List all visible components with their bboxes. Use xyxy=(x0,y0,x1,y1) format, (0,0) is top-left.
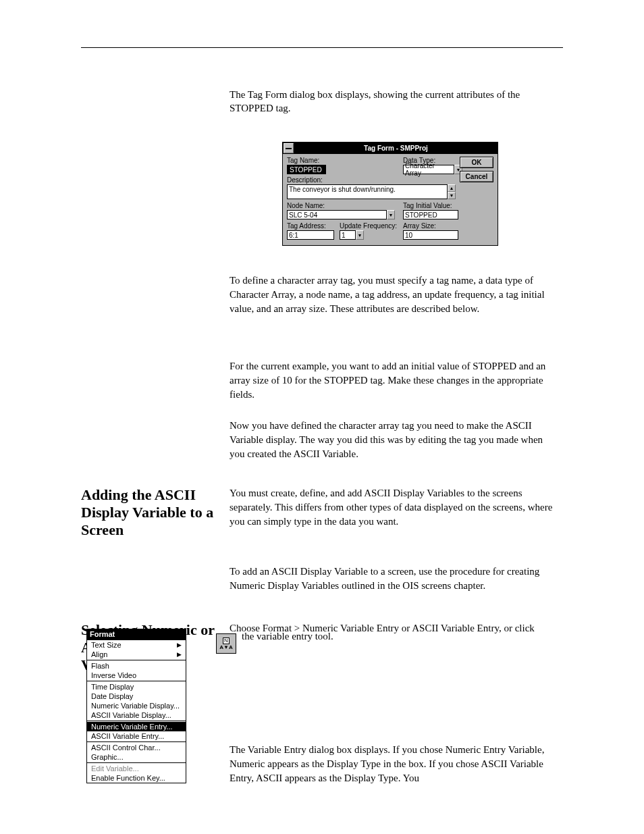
description-input[interactable]: The conveyor is shut down/running. xyxy=(287,184,448,199)
system-menu-icon[interactable] xyxy=(284,143,294,153)
array-size-input[interactable]: 10 xyxy=(403,230,458,240)
menu-item[interactable]: Inverse Video xyxy=(87,671,186,680)
menu-item[interactable]: Date Display xyxy=(87,692,186,701)
menu-separator xyxy=(87,681,186,681)
ok-button[interactable]: OK xyxy=(460,157,493,168)
menu-item[interactable]: Enable Function Key... xyxy=(87,773,186,783)
update-frequency-label: Update Frequency: xyxy=(340,222,397,230)
menu-item[interactable]: ASCII Control Char... xyxy=(87,743,186,752)
submenu-arrow-icon: ▶ xyxy=(177,651,182,658)
page-rule xyxy=(81,47,563,48)
menu-title: Format xyxy=(87,629,186,640)
dialog-titlebar: Tag Form - SMPProj xyxy=(283,142,498,154)
intro-para-3: For the current example, you want to add… xyxy=(230,359,560,402)
menu-item[interactable]: Numeric Variable Display... xyxy=(87,701,186,710)
tag-name-label: Tag Name: xyxy=(287,157,403,164)
tag-form-dialog: Tag Form - SMPProj OK Cancel Tag Name: S… xyxy=(282,142,498,246)
menu-item[interactable]: ASCII Variable Entry... xyxy=(87,731,186,741)
menu-item[interactable]: Text Size▶ xyxy=(87,640,186,650)
dialog-title: Tag Form - SMPProj xyxy=(294,145,498,152)
icon-top-glyph: N xyxy=(223,637,230,644)
update-frequency-select[interactable]: 1 xyxy=(340,230,356,240)
dropdown-icon[interactable]: ▼ xyxy=(356,230,364,240)
menu-item[interactable]: Numeric Variable Entry... xyxy=(87,722,186,731)
data-type-select[interactable]: Character Array xyxy=(403,165,454,174)
format-menu: Format Text Size▶Align▶FlashInverse Vide… xyxy=(86,629,186,783)
intro-para-4: Now you have defined the character array… xyxy=(230,419,560,461)
scroll-up-icon[interactable]: ▲ xyxy=(448,184,456,192)
intro-para-1: The Tag Form dialog box displays, showin… xyxy=(230,88,547,115)
initial-value-label: Tag Initial Value: xyxy=(403,202,493,209)
cancel-button[interactable]: Cancel xyxy=(460,171,493,182)
menu-item[interactable]: ASCII Variable Display... xyxy=(87,710,186,720)
initial-value-input[interactable]: STOPPED xyxy=(403,210,458,219)
icon-bottom-glyph: A▼A xyxy=(219,645,232,650)
tag-name-input[interactable]: STOPPED xyxy=(287,165,326,174)
selecting-para-3: The Variable Entry dialog box displays. … xyxy=(230,743,557,785)
node-name-select[interactable]: SLC 5-04 xyxy=(287,210,387,219)
menu-separator xyxy=(87,660,186,660)
variable-entry-tool-icon[interactable]: N A▼A xyxy=(216,633,236,654)
menu-item[interactable]: Align▶ xyxy=(87,650,186,659)
adding-para-2: To add an ASCII Display Variable to a sc… xyxy=(230,565,560,593)
selecting-tool-caption: the variable entry tool. xyxy=(242,631,559,642)
menu-separator xyxy=(87,762,186,763)
tag-address-input[interactable]: 6:1 xyxy=(287,230,334,240)
scroll-down-icon[interactable]: ▼ xyxy=(448,192,456,199)
intro-para-2: To define a character array tag, you mus… xyxy=(230,273,560,316)
menu-separator xyxy=(87,741,186,742)
heading-adding: Adding the ASCII Display Variable to a S… xyxy=(81,486,223,539)
menu-separator xyxy=(87,721,186,721)
menu-item[interactable]: Flash xyxy=(87,661,186,671)
submenu-arrow-icon: ▶ xyxy=(177,642,182,648)
menu-item: Edit Variable... xyxy=(87,764,186,773)
node-name-label: Node Name: xyxy=(287,202,403,209)
menu-item[interactable]: Graphic... xyxy=(87,752,186,762)
tag-address-label: Tag Address: xyxy=(287,222,334,230)
array-size-label: Array Size: xyxy=(403,222,493,230)
dropdown-icon[interactable]: ▼ xyxy=(387,210,395,219)
menu-item[interactable]: Time Display xyxy=(87,682,186,692)
adding-para-1: You must create, define, and add ASCII D… xyxy=(230,486,560,529)
